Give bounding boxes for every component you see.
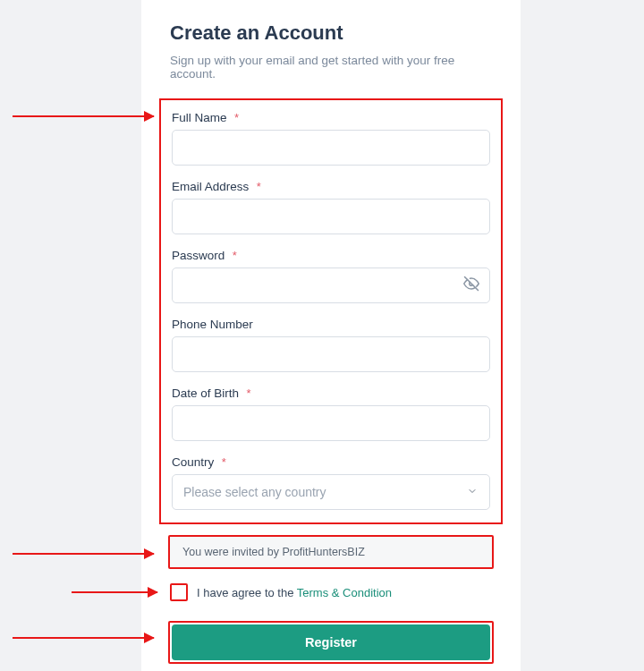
required-mark: * bbox=[247, 386, 251, 400]
email-input[interactable] bbox=[172, 199, 490, 234]
country-select[interactable] bbox=[172, 474, 490, 510]
field-phone: Phone Number bbox=[172, 316, 490, 372]
required-mark: * bbox=[222, 455, 226, 469]
password-label: Password bbox=[172, 249, 225, 262]
invite-banner: You were invited by ProfitHuntersBIZ bbox=[168, 535, 494, 569]
page-subtitle: Sign up with your email and get started … bbox=[170, 54, 492, 81]
page-title: Create an Account bbox=[170, 21, 492, 45]
dob-label: Date of Birth bbox=[172, 386, 239, 400]
field-country: Country * bbox=[172, 454, 490, 510]
dob-input[interactable] bbox=[172, 405, 490, 441]
terms-row: I have agree to the Terms & Condition bbox=[170, 583, 492, 601]
register-highlight: Register bbox=[168, 621, 494, 664]
country-label: Country bbox=[172, 455, 214, 469]
eye-off-icon[interactable] bbox=[463, 276, 479, 295]
required-mark: * bbox=[257, 180, 261, 193]
phone-input[interactable] bbox=[172, 336, 490, 372]
field-password: Password * bbox=[172, 247, 490, 303]
fullname-input[interactable] bbox=[172, 130, 490, 166]
annotation-arrow bbox=[13, 115, 154, 117]
annotation-arrow bbox=[72, 591, 157, 593]
terms-link[interactable]: Terms & Condition bbox=[297, 586, 392, 599]
signup-card: Create an Account Sign up with your emai… bbox=[141, 0, 521, 671]
annotation-arrow bbox=[13, 637, 154, 639]
form-fields-group: Full Name * Email Address * Password * P… bbox=[159, 98, 503, 524]
terms-checkbox[interactable] bbox=[170, 583, 188, 601]
field-dob: Date of Birth * bbox=[172, 385, 490, 441]
fullname-label: Full Name bbox=[172, 111, 227, 124]
password-input[interactable] bbox=[172, 268, 490, 303]
email-label: Email Address bbox=[172, 180, 249, 193]
field-email: Email Address * bbox=[172, 178, 490, 234]
annotation-arrow bbox=[13, 553, 154, 555]
required-mark: * bbox=[234, 111, 239, 124]
terms-text: I have agree to the Terms & Condition bbox=[197, 586, 392, 599]
register-button[interactable]: Register bbox=[172, 624, 490, 660]
required-mark: * bbox=[233, 249, 237, 262]
phone-label: Phone Number bbox=[172, 318, 253, 331]
terms-prefix: I have agree to the bbox=[197, 586, 297, 599]
field-fullname: Full Name * bbox=[172, 109, 490, 166]
